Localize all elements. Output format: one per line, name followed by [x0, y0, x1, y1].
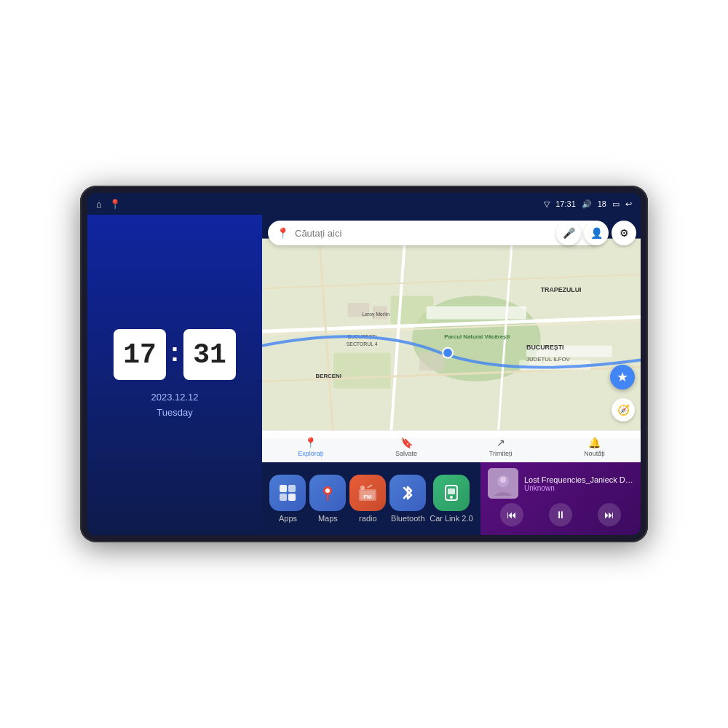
map-nav-salvate-label: Salvate	[395, 450, 417, 457]
map-nav-explorați[interactable]: 📍 Explorați	[298, 437, 323, 457]
app-item-apps[interactable]: Apps	[269, 475, 306, 523]
music-player: Lost Frequencies_Janieck Devy-... Unknow…	[480, 462, 641, 535]
volume-level: 18	[598, 199, 606, 208]
map-compass-button[interactable]: 🧭	[612, 398, 635, 422]
svg-text:TRAPEZULUI: TRAPEZULUI	[541, 286, 582, 293]
clock-separator: :	[170, 337, 179, 368]
carlink-icon	[433, 475, 470, 511]
status-bar: ⌂ 📍 ▽ 17:31 🔊 18 ▭ ↩	[87, 193, 641, 215]
clock-widget: 17 : 31	[114, 329, 236, 380]
apps-icon	[269, 475, 306, 511]
svg-rect-3	[333, 353, 390, 389]
location-icon[interactable]: 📍	[109, 199, 121, 210]
status-left-icons: ⌂ 📍	[96, 199, 121, 210]
map-nav-salvate[interactable]: 🔖 Salvate	[395, 437, 417, 457]
volume-icon: 🔊	[582, 199, 592, 209]
map-nav-noutăți-icon: 🔔	[588, 437, 601, 448]
carlink-label: Car Link 2.0	[430, 514, 472, 523]
screen-body: 17 : 31 2023.12.12 Tuesday	[87, 215, 641, 535]
music-text: Lost Frequencies_Janieck Devy-... Unknow…	[524, 475, 633, 492]
map-settings-icon[interactable]: ⚙	[612, 221, 636, 245]
map-pin-icon: 📍	[277, 227, 289, 239]
svg-text:FM: FM	[364, 494, 373, 500]
map-search-text: Căutați aici	[295, 228, 341, 239]
svg-point-26	[443, 348, 453, 358]
apps-area: Apps Maps	[262, 462, 480, 535]
bottom-section: Apps Maps	[262, 462, 641, 535]
map-nav-noutăți-label: Noutăți	[584, 450, 605, 457]
app-item-bluetooth[interactable]: Bluetooth	[389, 475, 426, 523]
clock-minutes: 31	[183, 329, 236, 380]
svg-rect-30	[288, 494, 296, 501]
svg-rect-37	[367, 484, 373, 488]
map-nav-explorați-label: Explorați	[298, 450, 323, 457]
battery-icon: ▭	[612, 199, 620, 209]
apps-label: Apps	[279, 514, 297, 523]
radio-label: radio	[359, 514, 376, 523]
map-mic-icon[interactable]: 🎤	[556, 221, 581, 245]
svg-rect-29	[280, 494, 287, 501]
svg-rect-27	[280, 485, 287, 492]
music-thumbnail	[488, 468, 518, 499]
date-display: 2023.12.12 Tuesday	[151, 390, 198, 421]
left-panel: 17 : 31 2023.12.12 Tuesday	[87, 215, 262, 535]
clock-hours: 17	[114, 329, 166, 380]
svg-text:Parcul Natural Văcărești: Parcul Natural Văcărești	[444, 333, 510, 340]
svg-rect-39	[448, 488, 455, 494]
svg-text:JUDEȚUL ILFOV: JUDEȚUL ILFOV	[526, 356, 571, 363]
right-column: TRAPEZULUI BUCUREȘTI JUDEȚUL ILFOV Parcu…	[262, 215, 641, 535]
bluetooth-icon	[389, 475, 426, 511]
app-item-radio[interactable]: FM radio	[349, 475, 386, 523]
device: ⌂ 📍 ▽ 17:31 🔊 18 ▭ ↩ 17 : 31	[80, 186, 648, 542]
svg-point-36	[360, 486, 365, 490]
signal-icon: ▽	[544, 199, 550, 209]
map-nav-noutăți[interactable]: 🔔 Noutăți	[584, 437, 605, 457]
status-right-info: ▽ 17:31 🔊 18 ▭ ↩	[544, 199, 632, 209]
bluetooth-label: Bluetooth	[391, 514, 424, 523]
app-item-maps[interactable]: Maps	[309, 475, 346, 523]
maps-icon	[309, 475, 346, 511]
next-button[interactable]: ⏭	[598, 503, 621, 526]
app-item-carlink[interactable]: Car Link 2.0	[430, 475, 472, 523]
map-zoom-button[interactable]: ★	[610, 365, 635, 389]
svg-rect-16	[419, 353, 444, 371]
map-search-actions: 🎤 👤 ⚙	[556, 221, 636, 245]
svg-text:BUCUREȘTI: BUCUREȘTI	[526, 344, 564, 351]
time-display: 17:31	[555, 199, 576, 208]
home-icon[interactable]: ⌂	[96, 199, 102, 210]
svg-point-43	[500, 477, 506, 483]
svg-rect-11	[427, 306, 526, 320]
map-account-icon[interactable]: 👤	[584, 221, 609, 245]
map-search-bar[interactable]: 📍 Căutați aici	[268, 221, 604, 245]
svg-point-40	[450, 496, 453, 499]
svg-point-32	[325, 488, 330, 493]
music-controls: ⏮ ⏸ ⏭	[488, 503, 633, 526]
map-nav-salvate-icon: 🔖	[400, 437, 413, 448]
map-nav-trimiteți-icon: ↗	[496, 437, 505, 448]
music-title: Lost Frequencies_Janieck Devy-...	[524, 475, 633, 484]
back-icon[interactable]: ↩	[625, 199, 632, 209]
map-nav-trimiteți[interactable]: ↗ Trimiteți	[489, 437, 513, 457]
map-section[interactable]: TRAPEZULUI BUCUREȘTI JUDEȚUL ILFOV Parcu…	[262, 215, 641, 462]
map-background: TRAPEZULUI BUCUREȘTI JUDEȚUL ILFOV Parcu…	[262, 215, 641, 462]
svg-text:Leroy Merlin: Leroy Merlin	[362, 312, 389, 317]
svg-rect-28	[288, 485, 296, 492]
map-nav-bar: 📍 Explorați 🔖 Salvate ↗ Trimiteți 🔔	[262, 430, 641, 462]
map-nav-trimiteți-label: Trimiteți	[489, 450, 513, 457]
screen: ⌂ 📍 ▽ 17:31 🔊 18 ▭ ↩ 17 : 31	[87, 193, 641, 535]
music-artist: Unknown	[524, 484, 633, 492]
play-pause-button[interactable]: ⏸	[549, 503, 572, 526]
radio-icon: FM	[349, 475, 386, 511]
svg-text:SECTORUL 4: SECTORUL 4	[347, 341, 378, 347]
maps-label: Maps	[318, 514, 338, 523]
svg-text:BERCENI: BERCENI	[316, 373, 341, 379]
map-nav-explorați-icon: 📍	[304, 437, 317, 448]
music-info-row: Lost Frequencies_Janieck Devy-... Unknow…	[488, 468, 633, 499]
prev-button[interactable]: ⏮	[500, 503, 523, 526]
